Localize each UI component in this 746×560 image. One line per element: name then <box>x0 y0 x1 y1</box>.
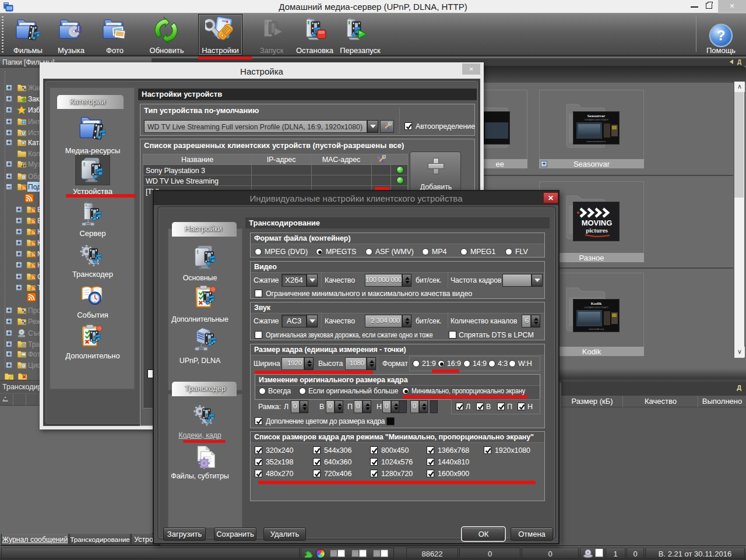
svg-text:MOVING: MOVING <box>582 219 613 227</box>
svg-text:pictures: pictures <box>586 227 608 234</box>
